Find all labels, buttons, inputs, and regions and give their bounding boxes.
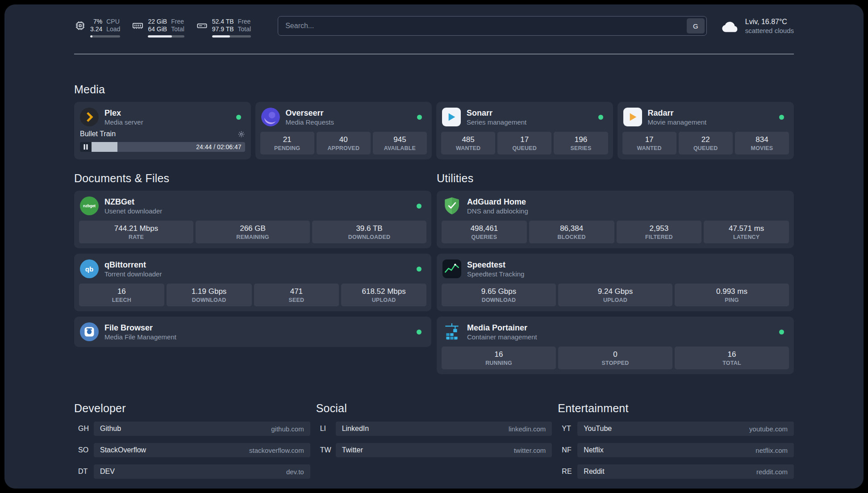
search-bar: G: [278, 16, 707, 36]
stat-label: WANTED: [623, 145, 676, 152]
bookmark-name: Netflix: [584, 446, 603, 454]
status-dot: [417, 267, 421, 272]
service-card-speedtest[interactable]: Speedtest Speedtest Tracking 9.65 Gbps D…: [437, 254, 794, 311]
stat-value: 471: [255, 287, 338, 296]
bookmark-name: DEV: [100, 468, 115, 476]
service-card-plex[interactable]: Plex Media server Bullet Train: [74, 102, 251, 159]
bookmark-abbr: LI: [316, 425, 336, 433]
gear-icon[interactable]: [238, 130, 245, 138]
bookmark-link-reddit[interactable]: Reddit reddit.com: [577, 464, 794, 479]
section-title-social: Social: [316, 402, 552, 415]
stat-label: RATE: [80, 234, 192, 241]
radarr-icon: [623, 108, 642, 126]
stat-label: TOTAL: [676, 359, 788, 367]
bookmark-link-linkedin[interactable]: LinkedIn linkedin.com: [336, 422, 552, 436]
stat-value: 744.21 Mbps: [80, 224, 192, 233]
bookmark-url: dev.to: [286, 468, 304, 476]
stat-value: 2,953: [618, 224, 701, 233]
bookmark-url: reddit.com: [756, 468, 788, 476]
service-name: qBittorrent: [104, 260, 162, 270]
section-documents: Documents & Files nzbget NZBGet Usenet d…: [74, 172, 431, 374]
search-provider-button[interactable]: G: [687, 18, 705, 33]
stat-running: 16 RUNNING: [442, 347, 556, 369]
service-card-filebrowser[interactable]: File Browser Media File Management: [74, 317, 431, 347]
stat-value: 196: [555, 135, 607, 144]
stat-label: MOVIES: [736, 145, 788, 152]
playback-progressbar[interactable]: 24:44 / 02:06:47: [80, 142, 245, 152]
bookmark-name: Github: [100, 425, 121, 433]
status-dot: [236, 115, 241, 120]
bookmark-stackoverflow: SO StackOverflow stackoverflow.com: [74, 443, 310, 457]
service-card-radarr[interactable]: Radarr Movie management 17 WANTED 22 QUE…: [618, 102, 794, 159]
bookmark-link-twitter[interactable]: Twitter twitter.com: [336, 443, 552, 457]
service-card-qbittorrent[interactable]: qb qBittorrent Torrent downloader 16 LEE…: [74, 254, 431, 311]
bookmark-url: twitter.com: [514, 447, 546, 454]
stat-value: 0: [559, 350, 672, 359]
stat-upload: 9.24 Gbps UPLOAD: [558, 284, 672, 306]
weather-widget: Lviv, 16.87°C scattered clouds: [720, 17, 794, 35]
service-name: File Browser: [104, 323, 176, 333]
bookmark-linkedin: LI LinkedIn linkedin.com: [316, 422, 552, 436]
stat-value: 22: [680, 135, 732, 144]
search-input[interactable]: [278, 17, 687, 35]
stat-value: 16: [80, 287, 163, 296]
stat-wanted: 485 WANTED: [441, 132, 495, 155]
bookmark-link-netflix[interactable]: Netflix netflix.com: [577, 443, 794, 457]
bookmark-name: Reddit: [584, 468, 604, 476]
disk-widget: 52.4 TB 97.9 TB Free Total: [196, 18, 251, 38]
service-card-portainer[interactable]: Media Portainer Container management 16 …: [437, 317, 794, 374]
bookmark-link-stackoverflow[interactable]: StackOverflow stackoverflow.com: [94, 443, 310, 457]
memory-progressbar: [148, 35, 184, 38]
bookmark-url: github.com: [271, 425, 304, 433]
stat-value: 945: [374, 135, 426, 144]
section-media: Media Plex Media server: [74, 83, 794, 159]
cpu-percent: 7%: [93, 18, 102, 25]
overseerr-icon: [261, 108, 280, 126]
stat-label: PING: [676, 297, 788, 304]
cloud-icon: [720, 19, 740, 33]
disk-icon: [196, 20, 208, 32]
pause-icon[interactable]: [80, 142, 92, 152]
bookmark-youtube: YT YouTube youtube.com: [558, 422, 794, 436]
section-title-utilities: Utilities: [437, 172, 794, 185]
stat-label: DOWNLOADED: [313, 234, 426, 241]
stat-total: 16 TOTAL: [675, 347, 789, 369]
status-dot: [417, 204, 421, 209]
bookmark-link-youtube[interactable]: YouTube youtube.com: [577, 422, 794, 436]
bookmark-link-dev[interactable]: DEV dev.to: [94, 464, 310, 479]
disk-free: 52.4 TB: [212, 18, 234, 25]
section-title-developer: Developer: [74, 402, 310, 415]
stat-label: DOWNLOAD: [167, 297, 251, 304]
stat-queued: 22 QUEUED: [679, 132, 733, 155]
stat-series: 196 SERIES: [554, 132, 608, 155]
service-card-adguard[interactable]: AdGuard Home DNS and adblocking 498,461 …: [437, 191, 794, 248]
stat-value: 21: [261, 135, 313, 144]
service-description: DNS and adblocking: [467, 207, 528, 215]
stat-label: DOWNLOAD: [442, 297, 555, 304]
bookmark-abbr: SO: [74, 446, 94, 454]
service-card-sonarr[interactable]: Sonarr Series management 485 WANTED 17 Q…: [436, 102, 613, 159]
topbar: 7% 3.24 CPU Load 22 GiB: [74, 4, 794, 39]
service-card-nzbget[interactable]: nzbget NZBGet Usenet downloader 744.21 M…: [74, 191, 431, 248]
stat-label: STOPPED: [559, 359, 672, 367]
status-dot: [779, 115, 784, 120]
weather-condition: scattered clouds: [745, 26, 794, 35]
status-dot: [779, 330, 784, 334]
status-dot: [417, 115, 422, 120]
bookmark-link-github[interactable]: Github github.com: [94, 422, 310, 436]
bookmark-netflix: NF Netflix netflix.com: [558, 443, 794, 457]
stat-download: 9.65 Gbps DOWNLOAD: [442, 284, 556, 306]
bookmark-group-developer: Developer GH Github github.com SO StackO…: [74, 402, 310, 486]
bookmark-url: linkedin.com: [509, 425, 546, 433]
stat-downloaded: 39.6 TB DOWNLOADED: [312, 221, 426, 243]
stat-label: WANTED: [442, 145, 494, 152]
stat-label: UPLOAD: [559, 297, 672, 304]
section-utilities: Utilities: [437, 172, 794, 374]
service-card-overseerr[interactable]: Overseerr Media Requests 21 PENDING 40 A…: [255, 102, 432, 159]
qbittorrent-icon: qb: [80, 259, 99, 278]
stat-pending: 21 PENDING: [260, 132, 314, 155]
bookmark-abbr: YT: [558, 425, 577, 433]
service-name: Plex: [104, 108, 143, 118]
stat-value: 834: [736, 135, 788, 144]
service-name: AdGuard Home: [467, 197, 528, 207]
